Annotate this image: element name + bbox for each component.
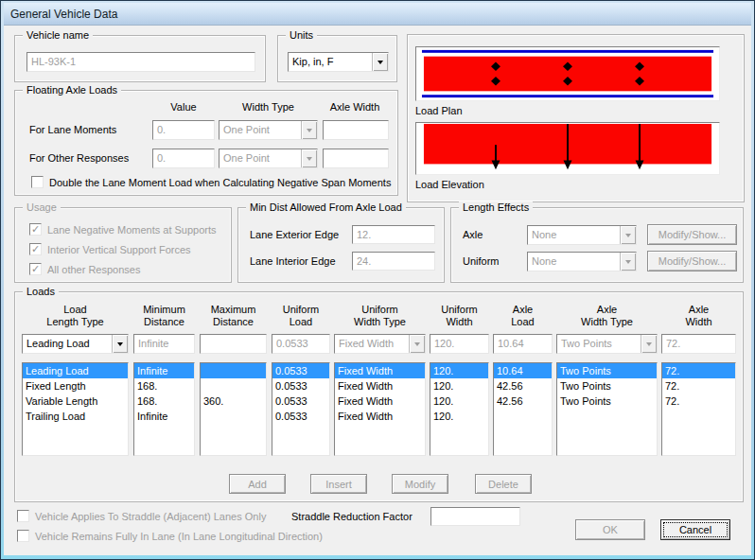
- loads-list-item[interactable]: Infinite: [134, 409, 194, 424]
- loads-list-item[interactable]: [494, 409, 552, 424]
- loads-list-item[interactable]: Leading Load: [23, 363, 128, 378]
- straddle-reduction-factor-field: [430, 507, 520, 526]
- loads-list-item[interactable]: Fixed Width: [335, 378, 425, 394]
- interior-vertical-support-label: Interior Vertical Support Forces: [47, 244, 191, 255]
- loads-column-header: AxleWidth: [661, 300, 736, 328]
- min-dist-group-label: Min Dist Allowed From Axle Load: [246, 201, 406, 213]
- dialog-window: General Vehicle Data Vehicle name HL-93K…: [0, 0, 755, 560]
- loads-edit-field: 120.: [430, 334, 489, 354]
- axle-modify-show-button: Modify/Show...: [647, 224, 737, 245]
- other-responses-axle-width-field: [323, 149, 389, 168]
- loads-list-item[interactable]: 168.: [134, 394, 194, 409]
- other-responses-value-field: 0.: [152, 149, 215, 168]
- loads-list-item[interactable]: [557, 409, 657, 424]
- units-group: Units Kip, in, F: [277, 35, 397, 82]
- uniform-label: Uniform: [463, 255, 500, 267]
- loads-column-7: AxleLoad10.6410.6442.5642.56: [493, 300, 553, 459]
- all-other-responses-label: All other Responses: [47, 264, 140, 275]
- dropdown-arrow-icon: [409, 335, 425, 353]
- loads-list-item[interactable]: 72.: [662, 378, 735, 394]
- loads-edit-field: [200, 334, 267, 354]
- dialog-title: General Vehicle Data: [10, 8, 117, 21]
- dropdown-arrow-icon: [620, 253, 636, 271]
- loads-list-item[interactable]: 168.: [134, 378, 194, 394]
- loads-list-item[interactable]: [201, 409, 266, 424]
- loads-list-item[interactable]: Fixed Width: [335, 363, 425, 378]
- loads-list-item[interactable]: 10.64: [494, 363, 552, 378]
- units-select[interactable]: Kip, in, F: [288, 52, 389, 72]
- loads-list-item[interactable]: 120.: [430, 378, 488, 394]
- straddle-lanes-checkbox: [17, 510, 29, 522]
- loads-column-4: UniformLoad0.05330.05330.05330.05330.053…: [272, 300, 330, 459]
- loads-list-item[interactable]: Fixed Width: [335, 394, 425, 409]
- loads-list-item[interactable]: Variable Length: [23, 394, 128, 409]
- loads-list-item[interactable]: 120.: [430, 394, 488, 409]
- loads-list[interactable]: 0.05330.05330.05330.0533: [272, 362, 330, 456]
- loads-list-item[interactable]: Two Points: [557, 394, 657, 409]
- width-type-column-header: Width Type: [219, 101, 318, 113]
- lane-edge-line-bottom: [422, 95, 713, 97]
- loads-list[interactable]: Infinite168.168.Infinite: [133, 362, 195, 456]
- loads-list-item[interactable]: [662, 409, 735, 424]
- loads-list-item[interactable]: Fixed Length: [23, 378, 128, 394]
- insert-button: Insert: [310, 474, 367, 494]
- value-column-header: Value: [152, 101, 215, 113]
- double-lane-moment-checkbox[interactable]: [31, 176, 44, 188]
- loads-list-item[interactable]: 42.56: [494, 394, 552, 409]
- loads-list[interactable]: 72.72.72.: [661, 362, 736, 456]
- loads-edit-field: 10.64: [493, 334, 553, 354]
- remains-in-lane-checkbox: [17, 530, 29, 542]
- cancel-button[interactable]: Cancel: [660, 519, 730, 540]
- loads-list-item[interactable]: 0.0533: [272, 378, 329, 394]
- loads-edit-combo[interactable]: Leading Load: [22, 334, 129, 354]
- loads-column-9: AxleWidth72.72.72.72.: [661, 300, 736, 459]
- axle-label: Axle: [463, 229, 483, 240]
- floating-axle-loads-group-label: Floating Axle Loads: [23, 84, 121, 96]
- ok-button: OK: [575, 519, 645, 540]
- loads-column-header: UniformWidth: [430, 300, 489, 328]
- loads-column-1: LoadLength TypeLeading LoadLeading LoadF…: [22, 300, 129, 459]
- dropdown-arrow-icon[interactable]: [372, 53, 388, 71]
- titlebar[interactable]: General Vehicle Data: [4, 3, 751, 26]
- loads-list-item[interactable]: 72.: [662, 363, 735, 378]
- loads-list[interactable]: Leading LoadFixed LengthVariable LengthT…: [22, 362, 129, 456]
- loads-edit-field: 72.: [661, 334, 736, 354]
- dropdown-arrow-icon: [641, 335, 657, 353]
- uniform-modify-show-button: Modify/Show...: [647, 251, 737, 271]
- loads-list-item[interactable]: 0.0533: [272, 394, 329, 409]
- loads-list-item[interactable]: Trailing Load: [23, 409, 128, 424]
- loads-column-header: MinimumDistance: [133, 300, 195, 328]
- straddle-reduction-factor-label: Straddle Reduction Factor: [291, 511, 413, 522]
- loads-list-item[interactable]: 42.56: [494, 378, 552, 394]
- loads-list[interactable]: 120.120.120.120.: [430, 362, 489, 456]
- units-group-label: Units: [286, 29, 317, 41]
- straddle-lanes-label: Vehicle Applies To Straddle (Adjacent) L…: [35, 511, 266, 522]
- modify-button: Modify: [392, 474, 448, 494]
- loads-group: Loads LoadLength TypeLeading LoadLeading…: [14, 291, 744, 502]
- loads-list-item[interactable]: Two Points: [557, 363, 657, 378]
- dropdown-arrow-icon[interactable]: [112, 335, 128, 353]
- loads-list-item[interactable]: 120.: [430, 363, 488, 378]
- loads-list-item[interactable]: Infinite: [134, 363, 194, 378]
- min-dist-group: Min Dist Allowed From Axle Load Lane Ext…: [237, 207, 445, 283]
- loads-list-item[interactable]: Fixed Width: [335, 409, 425, 424]
- loads-list-item[interactable]: Two Points: [557, 378, 657, 394]
- loads-list-item[interactable]: [201, 378, 266, 394]
- loads-list-item[interactable]: 0.0533: [272, 363, 329, 378]
- loads-list[interactable]: 10.6442.5642.56: [493, 362, 553, 456]
- lane-moments-width-type-select: One Point: [219, 120, 318, 140]
- uniform-length-effect-select: None: [527, 252, 637, 271]
- loads-list[interactable]: Two PointsTwo PointsTwo Points: [556, 362, 658, 456]
- loads-list-item[interactable]: 0.0533: [272, 409, 329, 424]
- loads-edit-field: Infinite: [133, 334, 195, 354]
- axle-length-effect-select: None: [527, 225, 637, 245]
- loads-list-item[interactable]: [201, 363, 266, 378]
- loads-list-item[interactable]: 72.: [662, 394, 735, 409]
- loads-list-item[interactable]: 120.: [430, 409, 488, 424]
- loads-list[interactable]: 360.: [200, 362, 267, 456]
- loads-list[interactable]: Fixed WidthFixed WidthFixed WidthFixed W…: [334, 362, 426, 456]
- lane-edge-line-top: [422, 50, 713, 53]
- double-lane-moment-label: Double the Lane Moment Load when Calcula…: [49, 177, 391, 188]
- loads-column-header: UniformWidth Type: [334, 300, 426, 328]
- loads-list-item[interactable]: 360.: [201, 394, 266, 409]
